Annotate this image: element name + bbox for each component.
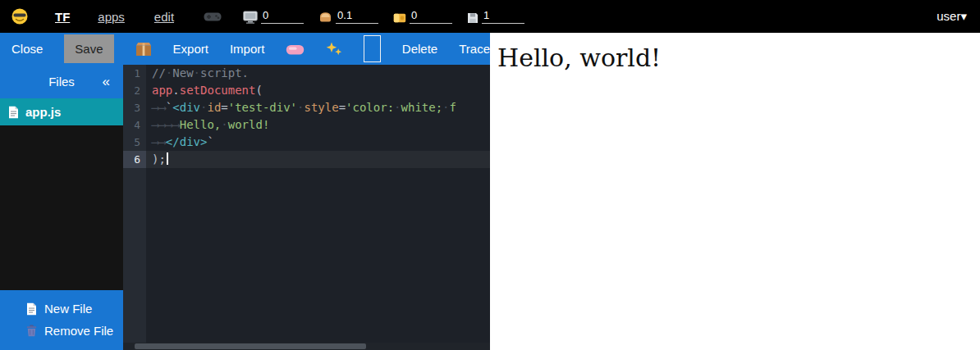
code-line[interactable]: ⟶⟶</div>`: [146, 134, 490, 151]
remove-file-label: Remove File: [44, 324, 113, 338]
line-number: 6: [123, 151, 146, 168]
content-area: Close Save Export Import: [0, 33, 980, 350]
floppy-disk-icon: [467, 12, 479, 24]
nav-link-tf[interactable]: TF: [55, 10, 70, 24]
horizontal-scrollbar[interactable]: [123, 343, 490, 350]
blank-button[interactable]: [364, 35, 380, 62]
stat-monitor-value[interactable]: 0: [261, 10, 304, 24]
import-button[interactable]: Import: [230, 42, 265, 56]
code-editor[interactable]: 123456 //·New·script.app.setDocument(⟶⟶`…: [123, 65, 490, 350]
soap-icon: [286, 43, 305, 56]
text-cursor: [167, 152, 168, 165]
files-header: Files «: [0, 65, 123, 98]
preview-heading: Hello, world!: [490, 33, 980, 72]
line-number: 1: [123, 65, 146, 82]
user-menu[interactable]: user▾: [936, 9, 967, 24]
new-file-label: New File: [44, 302, 92, 316]
game-controller-icon[interactable]: [204, 11, 222, 23]
file-name: app.js: [25, 105, 61, 119]
monitor-icon: [243, 11, 258, 24]
stat-money-value[interactable]: 0: [410, 10, 452, 24]
stat-monitor: 0: [243, 10, 304, 24]
nav-link-edit[interactable]: edit: [154, 10, 174, 24]
smiley-logo-icon[interactable]: [11, 8, 28, 25]
code-line[interactable]: ⟶⟶`<div·id='test-div'·style='color:·whit…: [146, 99, 490, 116]
sparkles-button[interactable]: [326, 42, 342, 57]
file-item-appjs[interactable]: app.js: [0, 98, 123, 125]
files-sidebar: Files « app.js: [0, 65, 123, 350]
sidebar-collapse-button[interactable]: «: [103, 74, 110, 90]
sidebar-empty-space: [0, 125, 123, 290]
code-content[interactable]: //·New·script.app.setDocument(⟶⟶`<div·id…: [146, 65, 490, 350]
new-file-button[interactable]: New File: [0, 298, 123, 320]
editor-toolbar: Close Save Export Import: [0, 33, 490, 65]
stat-bread: 0.1: [318, 10, 378, 24]
line-number: 4: [123, 116, 146, 134]
editor-pane: Close Save Export Import: [0, 33, 490, 350]
stat-bread-value[interactable]: 0.1: [336, 10, 378, 24]
code-line[interactable]: //·New·script.: [146, 65, 490, 82]
remove-file-button[interactable]: Remove File: [0, 320, 123, 342]
code-line[interactable]: app.setDocument(: [146, 82, 490, 99]
delete-button[interactable]: Delete: [402, 42, 437, 56]
file-icon: [8, 106, 19, 119]
app-preview-panel: Hello, world!: [490, 33, 980, 350]
trace-button[interactable]: Trace: [459, 42, 490, 56]
new-file-icon: [26, 302, 37, 316]
bread-icon: [318, 11, 332, 24]
stat-fields: 0 0.1 0 1: [243, 10, 524, 24]
app-screen: TF apps edit 0 0.1 0: [0, 0, 980, 350]
stat-saves: 1: [467, 10, 524, 24]
code-line[interactable]: );: [146, 151, 490, 168]
close-button[interactable]: Close: [11, 42, 43, 56]
sparkles-icon: [326, 42, 342, 57]
save-button[interactable]: Save: [64, 34, 113, 63]
sidebar-footer: New File Remove File: [0, 290, 123, 350]
package-button[interactable]: [135, 42, 152, 57]
nav-link-apps[interactable]: apps: [98, 10, 125, 24]
topbar: TF apps edit 0 0.1 0: [0, 0, 980, 33]
export-button[interactable]: Export: [173, 42, 208, 56]
soap-button[interactable]: [286, 43, 305, 56]
code-line[interactable]: ⟶⟶⟶⟶Hello,·world!: [146, 116, 490, 134]
line-number: 5: [123, 134, 146, 151]
trash-icon: [26, 325, 37, 337]
package-icon: [135, 42, 152, 57]
files-title: Files: [48, 75, 75, 89]
scrollbar-thumb[interactable]: [135, 343, 366, 349]
line-number: 2: [123, 82, 146, 99]
line-number: 3: [123, 99, 146, 116]
stat-saves-value[interactable]: 1: [482, 10, 524, 24]
line-number-gutter: 123456: [123, 65, 146, 350]
money-icon: [393, 12, 406, 24]
workspace: Files « app.js: [0, 65, 490, 350]
stat-money: 0: [393, 10, 452, 24]
